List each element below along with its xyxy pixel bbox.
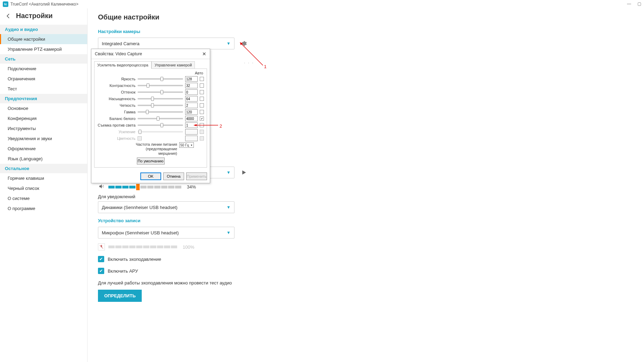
speaker-icon <box>98 183 105 191</box>
apply-button: Применить <box>186 172 207 180</box>
property-slider[interactable] <box>138 78 183 80</box>
camera-select-value: Integrated Camera <box>102 41 139 46</box>
sidebar-item[interactable]: Черный список <box>0 183 87 193</box>
more-dots[interactable]: · · · <box>244 60 634 65</box>
property-row: Яркость <box>97 76 204 82</box>
auto-checkbox[interactable] <box>200 90 204 94</box>
property-slider[interactable] <box>138 105 183 106</box>
app-icon: tc <box>3 1 8 7</box>
sidebar-item[interactable]: О программе <box>0 203 87 214</box>
property-row: Цветность <box>97 136 204 141</box>
chevron-down-icon: ▼ <box>226 41 231 46</box>
record-volume-pct: 100% <box>183 244 194 250</box>
sidebar-item[interactable]: Инструменты <box>0 123 87 134</box>
auto-checkbox[interactable] <box>200 103 204 107</box>
back-icon[interactable] <box>5 13 12 19</box>
property-value-input[interactable] <box>185 122 198 128</box>
auto-checkbox[interactable] <box>200 110 204 114</box>
auto-checkbox[interactable] <box>200 97 204 101</box>
sidebar-item[interactable]: Оформление <box>0 144 87 154</box>
property-value-input[interactable] <box>185 96 198 102</box>
property-slider[interactable] <box>138 124 183 126</box>
chevron-down-icon: ▼ <box>226 170 231 175</box>
checkbox-checked-icon: ✔ <box>98 268 104 274</box>
property-slider[interactable] <box>138 118 183 119</box>
sidebar-item[interactable]: Подключение <box>0 64 87 74</box>
test-button[interactable]: ОПРЕДЕЛИТЬ <box>98 290 142 302</box>
dialog-title: Свойства: Video Capture <box>95 51 142 56</box>
close-icon[interactable]: ✕ <box>202 51 206 57</box>
chevron-down-icon: ▼ <box>226 230 231 235</box>
property-row: Съемка против света <box>97 122 204 128</box>
chevron-down-icon: ▼ <box>190 144 193 146</box>
sidebar-header: Настройки <box>0 8 87 25</box>
property-label: Усиление <box>97 130 135 134</box>
record-section-title: Устройство записи <box>98 218 634 223</box>
freq-value: 50 Гц <box>180 143 189 147</box>
sidebar-item[interactable]: Общие настройки <box>0 34 87 44</box>
sidebar-item[interactable]: Тест <box>0 84 87 94</box>
property-value-input[interactable] <box>185 83 198 88</box>
window-controls: — ▢ <box>627 1 641 6</box>
property-value-input[interactable] <box>185 116 198 121</box>
freq-select[interactable]: 50 Гц ▼ <box>179 142 194 148</box>
property-value-input[interactable] <box>185 76 198 82</box>
property-label: Яркость <box>97 77 135 81</box>
sidebar-item[interactable]: Язык (Language) <box>0 154 87 164</box>
sidebar-item[interactable]: Ограничения <box>0 74 87 84</box>
sidebar-item[interactable]: Уведомления и звуки <box>0 134 87 144</box>
tab-video-amp[interactable]: Усилитель видеопроцессора <box>94 61 151 69</box>
property-slider[interactable] <box>138 111 183 113</box>
tab-camera-control[interactable]: Управление камерой <box>151 61 195 69</box>
sidebar-item[interactable]: Основное <box>0 103 87 113</box>
gear-icon[interactable] <box>241 40 247 47</box>
property-slider[interactable] <box>138 98 183 99</box>
property-row: Баланс белого <box>97 116 204 121</box>
property-label: Четкость <box>97 103 135 107</box>
notify-select[interactable]: Динамики (Sennheiser USB headset) ▼ <box>98 201 234 213</box>
property-label: Гамма <box>97 110 135 114</box>
mic-muted-icon <box>98 243 105 250</box>
camera-select[interactable]: Integrated Camera ▼ <box>98 38 234 49</box>
minimize-button[interactable]: — <box>627 1 631 6</box>
property-slider[interactable] <box>138 85 183 86</box>
play-icon[interactable] <box>241 169 247 176</box>
annotation-1: 1 <box>264 64 266 69</box>
chevron-down-icon: ▼ <box>226 205 231 210</box>
maximize-button[interactable]: ▢ <box>637 1 641 6</box>
default-button[interactable]: По умолчанию <box>137 158 165 164</box>
page-title: Общие настройки <box>98 13 634 21</box>
ok-button[interactable]: OK <box>140 172 161 180</box>
auto-checkbox[interactable] <box>200 77 204 81</box>
auto-checkbox[interactable] <box>200 83 204 88</box>
freq-label: Частота линии питания (предотвращение ме… <box>97 142 177 156</box>
property-value-input[interactable] <box>185 109 198 115</box>
property-label: Баланс белого <box>97 116 135 121</box>
sidebar-item[interactable]: Горячие клавиши <box>0 173 87 183</box>
notify-label: Для уведомлений <box>98 194 634 199</box>
sidebar-item[interactable]: Конференция <box>0 113 87 123</box>
record-select[interactable]: Микрофон (Sennheiser USB headset) ▼ <box>98 227 234 239</box>
property-label: Контрастность <box>97 83 135 88</box>
property-value-input[interactable] <box>185 103 198 108</box>
auto-checkbox[interactable] <box>200 116 204 121</box>
sidebar-item[interactable]: Управление PTZ-камерой <box>0 44 87 54</box>
auto-checkbox <box>200 130 204 134</box>
playback-volume-pct: 34% <box>187 184 196 190</box>
echo-checkbox[interactable]: ✔ Включить эхоподавление <box>98 256 634 262</box>
playback-volume[interactable]: 34% <box>98 183 634 191</box>
cancel-button[interactable]: Отмена <box>163 172 184 180</box>
sidebar-item[interactable]: О системе <box>0 193 87 203</box>
property-slider[interactable] <box>138 91 183 93</box>
property-aux-checkbox <box>138 136 142 140</box>
record-select-value: Микрофон (Sennheiser USB headset) <box>102 230 179 235</box>
checkbox-checked-icon: ✔ <box>98 256 104 262</box>
dialog-titlebar[interactable]: Свойства: Video Capture ✕ <box>91 49 210 59</box>
notify-select-value: Динамики (Sennheiser USB headset) <box>102 205 177 210</box>
property-value-input[interactable] <box>185 89 198 95</box>
property-row: Усиление <box>97 129 204 135</box>
agc-checkbox[interactable]: ✔ Включить АРУ <box>98 268 634 274</box>
dialog-panel: Авто ЯркостьКонтрастностьОттенокНасыщенн… <box>94 69 207 168</box>
record-volume[interactable]: 100% <box>98 243 634 250</box>
auto-checkbox[interactable] <box>200 123 204 127</box>
